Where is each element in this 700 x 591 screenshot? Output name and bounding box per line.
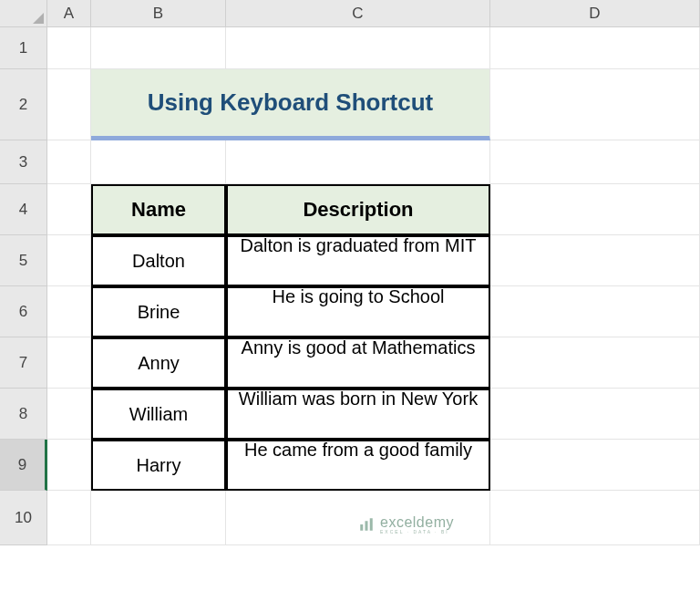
title-cell[interactable]: Using Keyboard Shortcut <box>91 69 490 140</box>
col-header-c[interactable]: C <box>226 0 490 27</box>
row-header-8[interactable]: 8 <box>0 389 47 440</box>
cell-a10[interactable] <box>47 491 91 545</box>
row-header-3[interactable]: 3 <box>0 140 47 184</box>
row-header-7[interactable]: 7 <box>0 337 47 389</box>
cell-c1[interactable] <box>226 27 490 69</box>
table-row[interactable]: Dalton is graduated from MIT <box>226 235 490 286</box>
cell-d6[interactable] <box>490 286 700 337</box>
col-header-b[interactable]: B <box>91 0 226 27</box>
row-header-9[interactable]: 9 <box>0 440 47 491</box>
svg-rect-1 <box>365 521 368 531</box>
cell-d3[interactable] <box>490 140 700 184</box>
table-row[interactable]: William <box>91 389 226 440</box>
watermark: exceldemy EXCEL · DATA · BI <box>358 514 454 534</box>
cell-a3[interactable] <box>47 140 91 184</box>
row-header-10[interactable]: 10 <box>0 491 47 545</box>
table-row[interactable]: Harry <box>91 440 226 491</box>
col-header-a[interactable]: A <box>47 0 91 27</box>
cell-d4[interactable] <box>490 184 700 235</box>
cell-d2[interactable] <box>490 69 700 140</box>
row-header-5[interactable]: 5 <box>0 235 47 286</box>
table-header-description[interactable]: Description <box>226 184 490 235</box>
cell-a8[interactable] <box>47 389 91 440</box>
cell-d5[interactable] <box>490 235 700 286</box>
watermark-subtext: EXCEL · DATA · BI <box>380 529 454 534</box>
cell-a7[interactable] <box>47 337 91 389</box>
table-header-name[interactable]: Name <box>91 184 226 235</box>
cell-a2[interactable] <box>47 69 91 140</box>
table-row[interactable]: William was born in New York <box>226 389 490 440</box>
row-header-1[interactable]: 1 <box>0 27 47 69</box>
svg-rect-0 <box>360 524 363 531</box>
cell-b10[interactable] <box>91 491 226 545</box>
row-header-4[interactable]: 4 <box>0 184 47 235</box>
table-row[interactable]: Anny is good at Mathematics <box>226 337 490 389</box>
table-row[interactable]: Dalton <box>91 235 226 286</box>
table-row[interactable]: Brine <box>91 286 226 337</box>
cell-d1[interactable] <box>490 27 700 69</box>
cell-d10[interactable] <box>490 491 700 545</box>
cell-d7[interactable] <box>490 337 700 389</box>
cell-c3[interactable] <box>226 140 490 184</box>
table-row[interactable]: Anny <box>91 337 226 389</box>
row-header-2[interactable]: 2 <box>0 69 47 140</box>
cell-b1[interactable] <box>91 27 226 69</box>
cell-a5[interactable] <box>47 235 91 286</box>
select-all-corner[interactable] <box>0 0 47 27</box>
row-header-6[interactable]: 6 <box>0 286 47 337</box>
cell-a6[interactable] <box>47 286 91 337</box>
spreadsheet-grid: A B C D 1 2 Using Keyboard Shortcut 3 4 … <box>0 0 700 545</box>
cell-a4[interactable] <box>47 184 91 235</box>
col-header-d[interactable]: D <box>490 0 700 27</box>
cell-d9[interactable] <box>490 440 700 491</box>
table-row[interactable]: He is going to School <box>226 286 490 337</box>
svg-rect-2 <box>370 518 373 531</box>
cell-a1[interactable] <box>47 27 91 69</box>
cell-d8[interactable] <box>490 389 700 440</box>
cell-b3[interactable] <box>91 140 226 184</box>
cell-a9[interactable] <box>47 440 91 491</box>
table-row[interactable]: He came from a good family <box>226 440 490 491</box>
chart-icon <box>358 516 375 533</box>
